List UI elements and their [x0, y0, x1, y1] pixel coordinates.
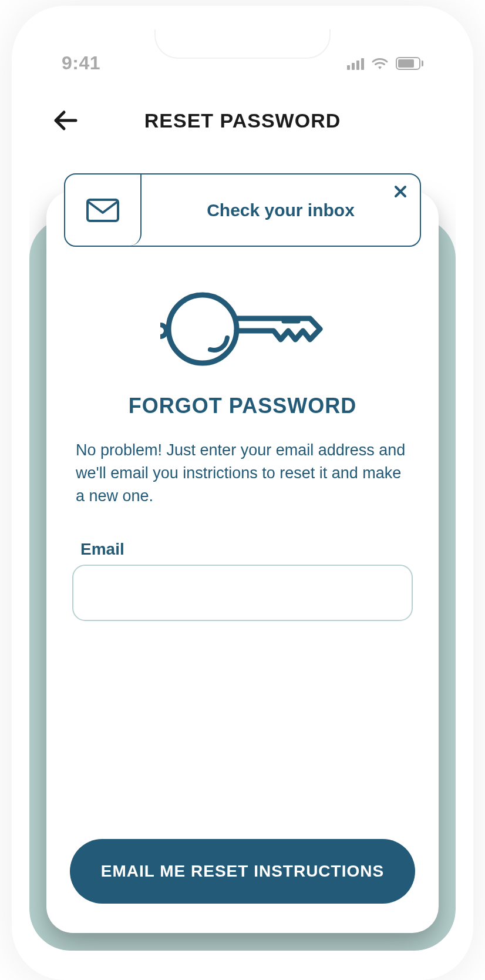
page-title: RESET PASSWORD	[144, 109, 341, 132]
section-description: No problem! Just enter your email addres…	[70, 439, 415, 508]
key-icon	[160, 285, 325, 373]
signal-icon	[347, 57, 364, 70]
mail-icon	[86, 199, 119, 222]
email-input[interactable]	[72, 565, 413, 621]
close-icon	[394, 185, 407, 198]
key-illustration	[70, 285, 415, 373]
svg-rect-0	[87, 200, 118, 221]
back-button[interactable]	[50, 105, 80, 136]
status-bar: 9:41	[29, 29, 456, 97]
section-heading: FORGOT PASSWORD	[70, 394, 415, 418]
status-icons	[347, 57, 423, 70]
svg-point-2	[160, 325, 166, 337]
phone-frame: 9:41 RESET PASSWORD	[29, 29, 456, 951]
toast-close-button[interactable]	[392, 183, 409, 200]
content-card: Check your inbox FORGOT PASSWORD No prob…	[46, 191, 439, 933]
toast-body: Check your inbox	[142, 174, 420, 246]
svg-point-1	[169, 295, 237, 363]
toast-icon-box	[65, 174, 142, 246]
wifi-icon	[371, 57, 389, 70]
email-field-group: Email	[70, 540, 415, 621]
flex-spacer	[70, 621, 415, 839]
page-header: RESET PASSWORD	[29, 97, 456, 144]
email-label: Email	[72, 540, 413, 559]
toast-message: Check your inbox	[207, 200, 355, 220]
toast-inbox: Check your inbox	[64, 173, 421, 247]
status-time: 9:41	[62, 52, 100, 74]
battery-icon	[396, 57, 423, 70]
arrow-left-icon	[52, 110, 78, 131]
submit-button[interactable]: EMAIL ME RESET INSTRUCTIONS	[70, 839, 415, 904]
